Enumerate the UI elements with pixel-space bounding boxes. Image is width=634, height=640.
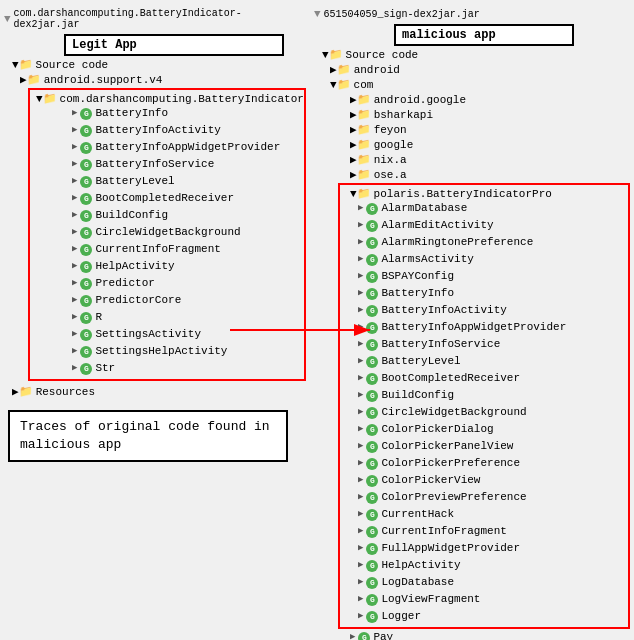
polaris-class-item[interactable]: ▶ G BatteryLevel xyxy=(342,353,626,370)
polaris-class-item[interactable]: ▶ G ColorPreviewPreference xyxy=(342,489,626,506)
left-jar-header: ▼ com.darshancomputing.BatteryIndicator-… xyxy=(4,8,306,30)
class-arrow: ▶ xyxy=(358,422,363,437)
right-subpkg-item[interactable]: ▶ 📁 ose.a xyxy=(314,168,630,181)
left-android-folder-icon: 📁 xyxy=(27,73,41,86)
left-resources-folder-icon: 📁 xyxy=(19,385,33,398)
class-arrow: ▶ xyxy=(358,371,363,386)
class-label: BatteryInfoService xyxy=(95,157,214,172)
polaris-class-item[interactable]: ▶ G BootCompletedReceiver xyxy=(342,370,626,387)
left-class-item[interactable]: ▶ G BatteryInfo xyxy=(68,105,302,122)
polaris-class-item[interactable]: ▶ G AlarmEditActivity xyxy=(342,217,626,234)
polaris-class-item[interactable]: ▶ G AlarmRingtonePreference xyxy=(342,234,626,251)
left-class-item[interactable]: ▶ G BatteryInfoActivity xyxy=(68,122,302,139)
left-android-folder[interactable]: ▶ 📁 android.support.v4 xyxy=(4,73,306,86)
class-label: BootCompletedReceiver xyxy=(95,191,234,206)
left-jar-name: com.darshancomputing.BatteryIndicator-de… xyxy=(14,8,306,30)
left-class-item[interactable]: ▶ G CircleWidgetBackground xyxy=(68,224,302,241)
right-subpkg-item[interactable]: ▶ 📁 feyon xyxy=(314,123,630,136)
polaris-class-item[interactable]: ▶ G ColorPickerView xyxy=(342,472,626,489)
polaris-class-item[interactable]: ▶ G CircleWidgetBackground xyxy=(342,404,626,421)
right-android-arrow: ▶ xyxy=(330,63,337,76)
polaris-class-item[interactable]: ▶ G CurrentInfoFragment xyxy=(342,523,626,540)
class-arrow: ▶ xyxy=(358,201,363,216)
class-arrow: ▶ xyxy=(358,303,363,318)
polaris-class-item[interactable]: ▶ G BatteryInfo xyxy=(342,285,626,302)
class-arrow: ▶ xyxy=(72,123,77,138)
class-arrow: ▶ xyxy=(358,524,363,539)
class-icon: G xyxy=(366,271,378,283)
left-class-item[interactable]: ▶ G BuildConfig xyxy=(68,207,302,224)
class-label: Predictor xyxy=(95,276,154,291)
left-class-item[interactable]: ▶ G PredictorCore xyxy=(68,292,302,309)
left-source-label: Source code xyxy=(36,59,109,71)
polaris-class-item[interactable]: ▶ G Logger xyxy=(342,608,626,625)
class-label: SettingsActivity xyxy=(95,327,201,342)
class-arrow: ▶ xyxy=(72,140,77,155)
class-arrow: ▶ xyxy=(358,558,363,573)
left-class-item[interactable]: ▶ G R xyxy=(68,309,302,326)
left-class-item[interactable]: ▶ G BatteryInfoService xyxy=(68,156,302,173)
polaris-class-item[interactable]: ▶ G CurrentHack xyxy=(342,506,626,523)
class-arrow: ▶ xyxy=(72,106,77,121)
left-class-item[interactable]: ▶ G Predictor xyxy=(68,275,302,292)
left-class-item[interactable]: ▶ G BootCompletedReceiver xyxy=(68,190,302,207)
right-android-folder[interactable]: ▶ 📁 android xyxy=(314,63,630,76)
polaris-class-item[interactable]: ▶ G FullAppWidgetProvider xyxy=(342,540,626,557)
left-class-item[interactable]: ▶ G BatteryLevel xyxy=(68,173,302,190)
left-class-item[interactable]: ▶ G SettingsActivity xyxy=(68,326,302,343)
right-subpkg-item[interactable]: ▶ 📁 nix.a xyxy=(314,153,630,166)
polaris-class-item[interactable]: ▶ G ColorPickerDialog xyxy=(342,421,626,438)
class-label: AlarmEditActivity xyxy=(381,218,493,233)
class-arrow: ▶ xyxy=(72,208,77,223)
polaris-class-item[interactable]: ▶ G BSPAYConfig xyxy=(342,268,626,285)
polaris-class-item[interactable]: ▶ G AlarmDatabase xyxy=(342,200,626,217)
malicious-app-label-row: malicious app xyxy=(314,24,630,46)
left-class-item[interactable]: ▶ G HelpActivity xyxy=(68,258,302,275)
right-subpkg-item[interactable]: ▶ 📁 google xyxy=(314,138,630,151)
class-arrow: ▶ xyxy=(358,252,363,267)
left-com-folder-icon: 📁 xyxy=(43,92,57,105)
polaris-class-item[interactable]: ▶ G BuildConfig xyxy=(342,387,626,404)
polaris-class-item[interactable]: ▶ G LogDatabase xyxy=(342,574,626,591)
right-com-folder[interactable]: ▼ 📁 com xyxy=(314,78,630,91)
class-icon: G xyxy=(366,237,378,249)
polaris-class-item[interactable]: ▶ G HelpActivity xyxy=(342,557,626,574)
class-icon: G xyxy=(366,305,378,317)
right-polaris-folder[interactable]: ▼ 📁 polaris.BatteryIndicatorPro xyxy=(342,187,626,200)
class-label: BatteryInfoActivity xyxy=(381,303,506,318)
outer-class-item[interactable]: ▶ G Pay xyxy=(314,629,630,640)
class-label: HelpActivity xyxy=(381,558,460,573)
class-arrow: ▶ xyxy=(358,541,363,556)
polaris-class-item[interactable]: ▶ G BatteryInfoAppWidgetProvider xyxy=(342,319,626,336)
left-class-item[interactable]: ▶ G Str xyxy=(68,360,302,377)
polaris-class-item[interactable]: ▶ G BatteryInfoActivity xyxy=(342,302,626,319)
class-label: BuildConfig xyxy=(95,208,168,223)
right-polaris-folder-icon: 📁 xyxy=(357,187,371,200)
right-subpkg-item[interactable]: ▶ 📁 bsharkapi xyxy=(314,108,630,121)
left-class-item[interactable]: ▶ G BatteryInfoAppWidgetProvider xyxy=(68,139,302,156)
left-red-border-box: ▼ 📁 com.darshancomputing.BatteryIndicato… xyxy=(28,88,306,381)
class-label: PredictorCore xyxy=(95,293,181,308)
left-panel: ▼ com.darshancomputing.BatteryIndicator-… xyxy=(0,0,310,640)
class-label: R xyxy=(95,310,102,325)
left-resources-folder[interactable]: ▶ 📁 Resources xyxy=(4,385,306,398)
class-arrow: ▶ xyxy=(72,157,77,172)
class-label: LogDatabase xyxy=(381,575,454,590)
class-icon: G xyxy=(366,254,378,266)
left-source-folder[interactable]: ▼ 📁 Source code xyxy=(4,58,306,71)
left-class-item[interactable]: ▶ G CurrentInfoFragment xyxy=(68,241,302,258)
right-subpkg-item[interactable]: ▶ 📁 android.google xyxy=(314,93,630,106)
left-class-item[interactable]: ▶ G SettingsHelpActivity xyxy=(68,343,302,360)
left-com-folder[interactable]: ▼ 📁 com.darshancomputing.BatteryIndicato… xyxy=(32,92,302,105)
class-label: BatteryInfoService xyxy=(381,337,500,352)
polaris-class-item[interactable]: ▶ G ColorPickerPreference xyxy=(342,455,626,472)
polaris-class-item[interactable]: ▶ G ColorPickerPanelView xyxy=(342,438,626,455)
left-source-arrow: ▼ xyxy=(12,59,19,71)
right-source-folder[interactable]: ▼ 📁 Source code xyxy=(314,48,630,61)
polaris-class-item[interactable]: ▶ G AlarmsActivity xyxy=(342,251,626,268)
polaris-class-item[interactable]: ▶ G LogViewFragment xyxy=(342,591,626,608)
polaris-class-item[interactable]: ▶ G BatteryInfoService xyxy=(342,336,626,353)
class-label: ColorPickerDialog xyxy=(381,422,493,437)
class-arrow: ▶ xyxy=(358,405,363,420)
right-com-label: com xyxy=(354,79,374,91)
